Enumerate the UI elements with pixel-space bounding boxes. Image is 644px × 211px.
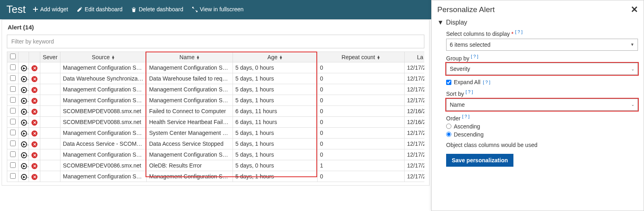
row-checkbox[interactable]	[10, 162, 16, 168]
table-row[interactable]: ✕Management Configuration ServiceManagem…	[7, 62, 425, 73]
row-repeat: 0	[318, 149, 405, 160]
row-expand-cell[interactable]	[19, 73, 29, 84]
table-row[interactable]: ✕Management Configuration ServiceManagem…	[7, 84, 425, 95]
row-checkbox[interactable]	[10, 130, 16, 135]
row-checkbox[interactable]	[10, 75, 16, 81]
table-row[interactable]: ✕SCOMBEMPDEV0088.smx.netHealth Service H…	[7, 117, 425, 128]
row-name: Management Configuration Service	[147, 171, 233, 182]
row-age: 5 days, 1 hours	[233, 73, 318, 84]
row-name: Data Access Service Stopped	[147, 139, 233, 149]
row-source: Management Configuration Service	[60, 149, 147, 160]
row-checkbox[interactable]	[10, 119, 16, 124]
fullscreen-button[interactable]: View in fullscreen	[192, 6, 244, 12]
table-row[interactable]: ✕SCOMBEMPDEV0088.smx.netFailed to Connec…	[7, 106, 425, 117]
row-checkbox[interactable]	[10, 64, 16, 70]
col-checkbox	[7, 52, 19, 62]
fullscreen-icon	[192, 7, 197, 12]
row-checkbox-cell	[7, 117, 19, 128]
row-severity-cell: ✕	[29, 84, 40, 95]
row-checkbox[interactable]	[10, 108, 16, 114]
row-expand-cell[interactable]	[19, 128, 29, 139]
row-source: Data Warehouse Synchronization Se	[60, 73, 147, 84]
error-icon: ✕	[31, 174, 37, 180]
row-severity-blank	[40, 149, 60, 160]
row-checkbox-cell	[7, 95, 19, 106]
filter-input[interactable]	[7, 35, 424, 48]
expand-icon	[21, 98, 27, 104]
personalize-title: Personalize Alert	[437, 5, 495, 14]
row-name: Data Warehouse failed to request a l	[147, 73, 233, 84]
row-last: 12/17/2020	[405, 73, 425, 84]
object-class-note: Object class columns would be used	[446, 142, 638, 148]
help-icon[interactable]: [ ? ]	[462, 114, 469, 119]
expand-all-checkbox[interactable]	[446, 80, 451, 85]
add-widget-button[interactable]: Add widget	[33, 6, 68, 12]
table-row[interactable]: ✕Management Configuration ServiceSystem …	[7, 128, 425, 139]
row-severity-cell: ✕	[29, 73, 40, 84]
row-severity-blank	[40, 139, 60, 149]
alert-table-wrap: Sever Source▲▼ Name▲▼ Age▲▼ Repeat count…	[7, 52, 424, 182]
row-expand-cell[interactable]	[19, 171, 29, 182]
row-severity-cell: ✕	[29, 128, 40, 139]
expand-icon	[21, 65, 27, 71]
edit-dashboard-button[interactable]: Edit dashboard	[77, 6, 123, 12]
row-checkbox-cell	[7, 62, 19, 73]
table-row[interactable]: ✕Data Access Service - SCOMBEMPDEData Ac…	[7, 139, 425, 149]
group-by-dropdown[interactable]: Severity ⌄	[446, 63, 638, 75]
pencil-icon	[77, 7, 82, 12]
row-age: 5 days, 0 hours	[233, 160, 318, 171]
row-checkbox-cell	[7, 160, 19, 171]
row-repeat: 0	[318, 106, 405, 117]
row-checkbox[interactable]	[10, 151, 16, 157]
row-expand-cell[interactable]	[19, 62, 29, 73]
row-repeat: 0	[318, 73, 405, 84]
row-repeat: 0	[318, 128, 405, 139]
save-personalization-button[interactable]: Save personalization	[446, 154, 513, 167]
row-expand-cell[interactable]	[19, 95, 29, 106]
row-checkbox[interactable]	[10, 141, 16, 146]
select-columns-label: Select columns to display * [ ? ]	[446, 29, 638, 37]
row-age: 5 days, 1 hours	[233, 171, 318, 182]
col-last[interactable]: La	[405, 52, 425, 62]
row-expand-cell[interactable]	[19, 149, 29, 160]
sort-by-value: Name	[450, 101, 465, 108]
row-expand-cell[interactable]	[19, 160, 29, 171]
help-icon[interactable]: [ ? ]	[471, 54, 478, 59]
columns-dropdown[interactable]: 6 items selected ▼	[446, 39, 638, 51]
row-expand-cell[interactable]	[19, 139, 29, 149]
col-repeat[interactable]: Repeat count▲▼	[318, 52, 405, 62]
expand-icon	[21, 152, 27, 158]
col-age[interactable]: Age▲▼	[233, 52, 318, 62]
sort-by-dropdown[interactable]: Name ⌄	[446, 99, 638, 111]
display-section-header[interactable]: ▼ Display	[437, 19, 638, 26]
row-expand-cell[interactable]	[19, 106, 29, 117]
row-last: 12/17/2020	[405, 62, 425, 73]
help-icon[interactable]: [ ? ]	[465, 89, 473, 94]
col-severity[interactable]: Sever	[40, 52, 60, 62]
row-checkbox[interactable]	[10, 97, 16, 103]
row-source: SCOMBEMPDEV0086.smx.net	[60, 160, 147, 171]
table-row[interactable]: ✕Data Warehouse Synchronization SeData W…	[7, 73, 425, 84]
table-row[interactable]: ✕Management Configuration ServiceManagem…	[7, 149, 425, 160]
order-desc-radio[interactable]	[446, 132, 451, 137]
select-all-checkbox[interactable]	[10, 54, 16, 59]
table-row[interactable]: ✕Management Configuration ServiceManagem…	[7, 95, 425, 106]
col-source[interactable]: Source▲▼	[60, 52, 147, 62]
table-row[interactable]: ✕SCOMBEMPDEV0086.smx.netOleDB: Results E…	[7, 160, 425, 171]
table-row[interactable]: ✕Management Configuration ServiceManagem…	[7, 171, 425, 182]
row-severity-blank	[40, 160, 60, 171]
row-checkbox[interactable]	[10, 173, 16, 179]
close-icon[interactable]: ✕	[631, 4, 638, 15]
row-expand-cell[interactable]	[19, 84, 29, 95]
row-checkbox[interactable]	[10, 86, 16, 92]
col-name[interactable]: Name▲▼	[147, 52, 233, 62]
personalize-panel: Personalize Alert ✕ ▼ Display Select col…	[431, 0, 644, 211]
help-icon[interactable]: [ ? ]	[483, 80, 490, 85]
row-expand-cell[interactable]	[19, 117, 29, 128]
delete-dashboard-button[interactable]: Delete dashboard	[131, 6, 183, 12]
order-asc-radio[interactable]	[446, 124, 451, 129]
expand-all-label: Expand All	[454, 79, 480, 85]
row-age: 5 days, 1 hours	[233, 149, 318, 160]
row-name: System Center Management Configu	[147, 128, 233, 139]
help-icon[interactable]: [ ? ]	[515, 29, 522, 34]
